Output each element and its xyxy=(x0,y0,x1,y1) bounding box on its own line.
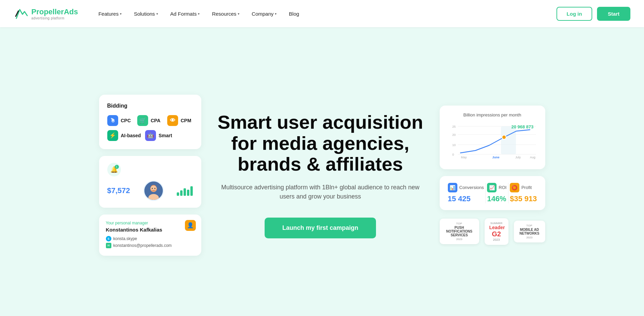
svg-point-17 xyxy=(502,135,506,139)
svg-point-5 xyxy=(151,185,156,190)
metric-divider-2 xyxy=(508,183,508,203)
cpa-icon: 🛒 xyxy=(137,115,148,126)
metric-divider xyxy=(485,183,486,203)
svg-text:Aug: Aug xyxy=(530,156,535,159)
nav-links: Features ▾ Solutions ▾ Ad Formats ▾ Reso… xyxy=(98,11,556,17)
chart-area: 20 968 873 25 20 10 0 xyxy=(448,122,537,162)
chart-card: Billion impressions per month 20 968 873… xyxy=(440,106,545,169)
login-button[interactable]: Log in xyxy=(556,7,592,21)
metric-profit: ⭕ Profit $35 913 xyxy=(510,183,537,203)
roi-value: 146% xyxy=(487,194,506,203)
svg-point-6 xyxy=(152,188,153,189)
chevron-down-icon: ▾ xyxy=(156,12,158,16)
stats-card: 🔔 1 $7,572 xyxy=(99,156,201,208)
svg-text:10: 10 xyxy=(452,143,456,147)
metric-conversions: 📊 Conversions 15 425 xyxy=(448,183,484,203)
badge-g2: Summer Leader G2 2023 xyxy=(485,218,508,245)
bid-cpa: 🛒 CPA xyxy=(137,115,163,126)
bid-ai: ⚡ AI-based xyxy=(107,130,141,141)
manager-label: Your personal manager xyxy=(106,221,194,225)
nav-company[interactable]: Company ▾ xyxy=(252,11,277,17)
svg-text:25: 25 xyxy=(452,125,456,128)
svg-text:0: 0 xyxy=(452,153,454,156)
svg-text:20: 20 xyxy=(452,133,456,137)
left-cards: Bidding 🖱 CPC 🛒 CPA 👁 CPM ⚡ AI-ba xyxy=(99,95,201,256)
notif-count: 1 xyxy=(115,165,119,169)
nav-ad-formats[interactable]: Ad Formats ▾ xyxy=(170,11,200,17)
badge-mobile: TOP MOBILE AD NETWORKS 2023 xyxy=(514,221,545,242)
chart-title: Billion impressions per month xyxy=(448,112,537,117)
conversions-value: 15 425 xyxy=(448,194,484,203)
chevron-down-icon: ▾ xyxy=(238,12,239,16)
svg-rect-16 xyxy=(501,126,516,154)
nav-features[interactable]: Features ▾ xyxy=(98,11,122,17)
bidding-card: Bidding 🖱 CPC 🛒 CPA 👁 CPM ⚡ AI-ba xyxy=(99,95,201,149)
chevron-down-icon: ▾ xyxy=(120,12,122,16)
svg-text:May: May xyxy=(461,156,467,159)
cpc-icon: 🖱 xyxy=(107,115,118,126)
manager-email: ✉ konstantinos@propellerads.com xyxy=(106,243,194,248)
bid-cpm: 👁 CPM xyxy=(167,115,193,126)
metrics-row: 📊 Conversions 15 425 📈 ROI 146% xyxy=(448,183,537,203)
avatar xyxy=(143,180,164,201)
badges-row: TOP PUSH NOTIFICATIONS SERVICES 2023 Sum… xyxy=(440,218,545,245)
metric-roi: 📈 ROI 146% xyxy=(487,183,506,203)
bid-smart: 🤖 Smart xyxy=(145,130,172,141)
nav-actions: Log in Start xyxy=(556,7,630,21)
start-button[interactable]: Start xyxy=(597,7,630,21)
profit-label: Profit xyxy=(521,185,532,190)
navbar: PropellerAds advertising platform Featur… xyxy=(0,0,644,27)
notification-bell: 🔔 1 xyxy=(107,163,121,176)
conversions-label: Conversions xyxy=(459,185,484,190)
svg-text:July: July xyxy=(515,156,521,159)
manager-card: 👤 Your personal manager Konstantinos Kaf… xyxy=(99,215,201,256)
email-icon: ✉ xyxy=(106,243,111,248)
bid-cpc: 🖱 CPC xyxy=(107,115,133,126)
svg-point-7 xyxy=(154,188,155,189)
cta-button[interactable]: Launch my first campaign xyxy=(265,218,376,238)
badge-push: TOP PUSH NOTIFICATIONS SERVICES 2023 xyxy=(440,219,479,244)
logo[interactable]: PropellerAds advertising platform xyxy=(14,6,78,21)
svg-text:June: June xyxy=(492,156,499,159)
roi-label: ROI xyxy=(499,185,506,190)
hero-subtitle: Multisource advertising platform with 1B… xyxy=(215,183,426,201)
smart-icon: 🤖 xyxy=(145,130,156,141)
manager-icon: 👤 xyxy=(185,220,196,231)
bidding-grid: 🖱 CPC 🛒 CPA 👁 CPM xyxy=(107,115,193,126)
bidding-title: Bidding xyxy=(107,103,193,109)
nav-blog[interactable]: Blog xyxy=(289,11,299,17)
profit-value: $35 913 xyxy=(510,194,537,203)
manager-name: Konstantinos Kafkalias xyxy=(106,227,194,233)
conversions-icon: 📊 xyxy=(448,183,457,192)
chevron-down-icon: ▾ xyxy=(198,12,200,16)
profit-icon: ⭕ xyxy=(510,183,519,192)
nav-solutions[interactable]: Solutions ▾ xyxy=(134,11,158,17)
bidding-row2: ⚡ AI-based 🤖 Smart xyxy=(107,130,193,141)
stats-row: $7,572 xyxy=(107,180,193,201)
hero-center: Smart user acquisition for media agencie… xyxy=(215,112,426,238)
chart-value: 20 968 873 xyxy=(511,124,533,129)
chevron-down-icon: ▾ xyxy=(275,12,277,16)
nav-resources[interactable]: Resources ▾ xyxy=(212,11,239,17)
bar-chart-icon xyxy=(177,186,193,196)
stats-amount: $7,572 xyxy=(107,186,130,195)
metrics-card: 📊 Conversions 15 425 📈 ROI 146% xyxy=(440,176,545,210)
roi-icon: 📈 xyxy=(487,183,497,192)
manager-skype: S konsta.skype xyxy=(106,236,194,241)
skype-icon: S xyxy=(106,236,111,241)
ai-icon: ⚡ xyxy=(107,130,118,141)
hero-section: Bidding 🖱 CPC 🛒 CPA 👁 CPM ⚡ AI-ba xyxy=(0,27,644,316)
avatar-image xyxy=(144,181,163,200)
logo-icon xyxy=(14,6,29,21)
hero-title: Smart user acquisition for media agencie… xyxy=(215,112,426,175)
cpm-icon: 👁 xyxy=(167,115,178,126)
right-cards: Billion impressions per month 20 968 873… xyxy=(440,106,545,245)
